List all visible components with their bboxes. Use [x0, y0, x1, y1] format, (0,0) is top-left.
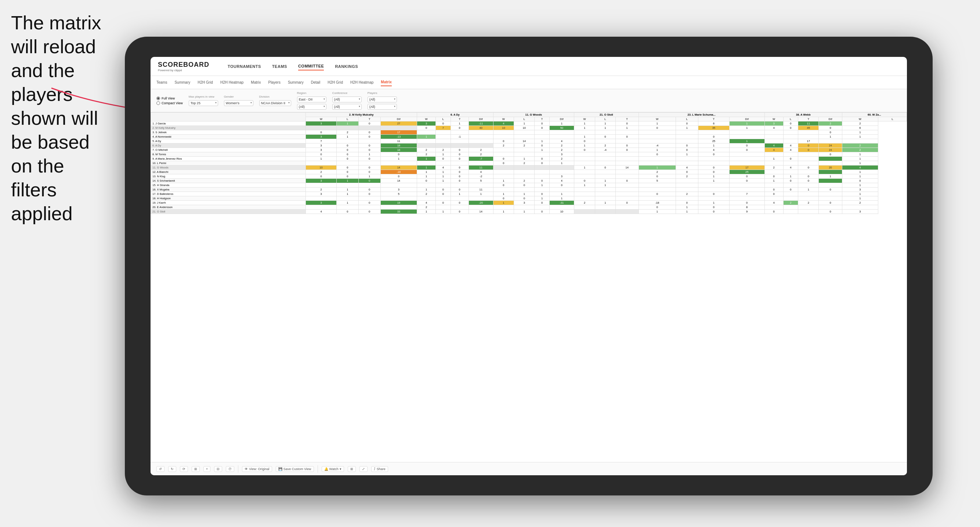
cell	[729, 187, 764, 192]
radio-full-view[interactable]	[156, 97, 160, 100]
share-button[interactable]: ⤴ Share	[371, 466, 388, 472]
max-players-select-wrap[interactable]: Top 25	[189, 99, 218, 106]
nav-tournaments[interactable]: TOURNAMENTS	[228, 63, 261, 70]
cell: -11	[469, 121, 493, 126]
cell	[842, 139, 878, 143]
division-label: Division	[259, 95, 291, 98]
cell: 11	[380, 139, 417, 143]
subnav-players[interactable]: Players	[269, 79, 280, 86]
full-view-radio[interactable]: Full View	[156, 97, 183, 100]
gender-select[interactable]: Women's	[224, 100, 253, 106]
subnav-h2h-grid[interactable]: H2H Grid	[197, 79, 213, 86]
region-select-wrap1[interactable]: East - DII	[297, 95, 326, 102]
radio-compact-view[interactable]	[156, 101, 160, 105]
cell	[574, 157, 595, 161]
zoom-button[interactable]: ⊞	[192, 466, 200, 472]
matrix-container[interactable]: 2. M Kelly Mulcahy 6. A Dy 11. G Woods 2…	[151, 112, 907, 462]
cell: 2	[469, 148, 493, 152]
cell: 1	[616, 126, 638, 130]
nav-committee[interactable]: COMMITTEE	[298, 62, 324, 70]
save-custom-button[interactable]: 💾 Save Custom View	[276, 466, 314, 472]
subnav-detail[interactable]: Detail	[311, 79, 321, 86]
expand-button[interactable]: ⤢	[360, 466, 368, 472]
players-select-wrap1[interactable]: (All)	[368, 95, 397, 102]
subnav-matrix[interactable]: Matrix	[251, 79, 261, 86]
zoom-in-button[interactable]: +	[204, 466, 210, 472]
cell	[417, 196, 436, 201]
table-row: 21. O Stoll 4 0 0 33 1 1 0 14 1 1 0	[151, 210, 907, 214]
region-select-wrap2[interactable]: (All)	[297, 103, 326, 110]
conference-select-wrap1[interactable]: (All)	[332, 95, 362, 102]
cell: 1	[842, 170, 878, 174]
player-name: 17. D Ballesteros	[151, 192, 306, 196]
cell: 0	[336, 174, 358, 179]
cell: 0	[819, 210, 842, 214]
cell	[549, 130, 574, 135]
cell: 0	[676, 148, 698, 152]
subnav-h2h-heatmap2[interactable]: H2H Heatmap	[350, 79, 374, 86]
cell	[380, 161, 417, 165]
region-select2[interactable]: (All)	[297, 104, 326, 110]
grid-button[interactable]: ⊞	[348, 466, 356, 472]
sub-col-dif1: Dif	[380, 117, 417, 121]
subnav-summary2[interactable]: Summary	[288, 79, 304, 86]
region-select1[interactable]: East - DII	[297, 97, 326, 102]
cell	[306, 126, 336, 130]
nav-rankings[interactable]: RANKINGS	[335, 63, 358, 70]
players-select2[interactable]: (All)	[368, 104, 397, 110]
subnav-teams[interactable]: Teams	[156, 79, 167, 86]
subnav-h2h-grid2[interactable]: H2H Grid	[328, 79, 343, 86]
cell: 0	[450, 152, 469, 157]
cell: 3	[306, 201, 336, 205]
cell	[764, 130, 783, 135]
cell	[616, 161, 638, 165]
cell	[764, 152, 783, 157]
division-select-wrap[interactable]: NCAA Division II	[259, 99, 291, 106]
refresh-button[interactable]: ⟳	[180, 466, 188, 472]
conference-select1[interactable]: (All)	[332, 97, 362, 102]
cell	[336, 183, 358, 187]
cell	[798, 192, 819, 196]
subnav-h2h-heatmap[interactable]: H2H Heatmap	[220, 79, 243, 86]
conference-select2[interactable]: (All)	[332, 104, 362, 110]
cell	[417, 139, 436, 143]
sub-col-w1: W	[306, 117, 336, 121]
players-select-wrap2[interactable]: (All)	[368, 103, 397, 110]
players-select1[interactable]: (All)	[368, 97, 397, 102]
division-select[interactable]: NCAA Division II	[259, 100, 291, 106]
conference-select-wrap2[interactable]: (All)	[332, 103, 362, 110]
cell	[595, 196, 616, 201]
cell: 0	[616, 148, 638, 152]
bell-icon: 🔔	[324, 467, 328, 471]
cell: 0	[574, 139, 595, 143]
max-players-select[interactable]: Top 25	[189, 100, 218, 106]
cell: 0	[783, 157, 798, 161]
cell	[798, 210, 819, 214]
zoom-reset-button[interactable]: ⊟	[214, 466, 222, 472]
cell: 10	[306, 165, 336, 170]
cell: 50	[549, 126, 574, 130]
cell: 14	[380, 179, 417, 183]
cell: 2	[798, 201, 819, 205]
sub-col-w5: W	[638, 117, 676, 121]
subnav-matrix2[interactable]: Matrix	[381, 79, 391, 86]
undo-button[interactable]: ↺	[156, 466, 164, 472]
filter-players: Players (All) (All)	[368, 91, 397, 110]
cell: 1	[336, 179, 358, 183]
watch-button[interactable]: 🔔 Watch ▾	[321, 466, 344, 472]
cell: 0	[729, 179, 764, 183]
gender-select-wrap[interactable]: Women's	[224, 99, 253, 106]
cell: 0	[783, 187, 798, 192]
cell: 1	[842, 130, 878, 135]
subnav-summary[interactable]: Summary	[174, 79, 190, 86]
cell	[493, 148, 514, 152]
nav-teams[interactable]: TEAMS	[272, 63, 287, 70]
compact-view-radio[interactable]: Compact View	[156, 101, 183, 105]
player-name: 4. A Nomrowski	[151, 135, 306, 139]
cell: 0	[819, 201, 842, 205]
view-original-button[interactable]: 👁 View: Original	[242, 466, 272, 472]
clock-button[interactable]: ⏱	[226, 466, 234, 472]
cell	[595, 161, 616, 165]
redo-button[interactable]: ↻	[168, 466, 176, 472]
cell: 0	[798, 165, 819, 170]
